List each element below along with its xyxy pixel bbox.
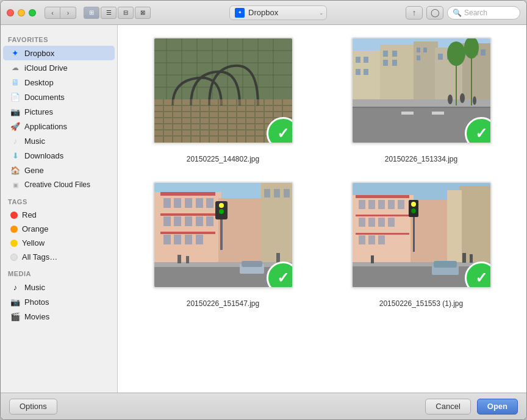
svg-rect-83: [196, 216, 203, 226]
toolbar-right: ↑ ◯ 🔍 Search: [406, 6, 520, 20]
sidebar-item-photos[interactable]: 📷 Photos: [3, 294, 115, 309]
svg-rect-80: [163, 216, 171, 226]
file-item[interactable]: 20150226_151553 (1).jpg: [334, 182, 508, 308]
svg-rect-81: [174, 216, 181, 226]
sidebar-item-all-tags[interactable]: All Tags…: [3, 250, 115, 264]
location-selector[interactable]: Dropbox ⌄: [229, 5, 327, 20]
file-name: 20150225_144802.jpg: [187, 155, 259, 163]
svg-rect-117: [378, 218, 385, 227]
file-item[interactable]: 20150226_151334.jpg: [334, 37, 508, 163]
music-icon: ♪: [10, 136, 20, 146]
search-box[interactable]: 🔍 Search: [447, 6, 520, 20]
search-placeholder: Search: [464, 9, 487, 17]
svg-rect-113: [388, 200, 395, 209]
desktop-icon: 🖥: [10, 77, 20, 87]
svg-rect-56: [481, 49, 486, 55]
sidebar-item-label: Music: [24, 283, 45, 292]
sidebar-item-tag-red[interactable]: Red: [3, 208, 115, 222]
sidebar-item-icloud[interactable]: ☁ iCloud Drive: [3, 60, 115, 75]
view-buttons: ⊞ ☰ ⊟ ⊠: [84, 7, 151, 19]
media-label: Media: [1, 264, 117, 280]
close-button[interactable]: [7, 9, 14, 16]
maximize-button[interactable]: [29, 9, 36, 16]
svg-rect-52: [438, 54, 443, 60]
tags-label: Tags: [1, 192, 117, 208]
svg-rect-112: [378, 200, 385, 209]
sidebar-item-creative[interactable]: ▣ Creative Cloud Files: [3, 177, 115, 192]
view-column-button[interactable]: ⊟: [118, 7, 134, 19]
nav-group: ‹ ›: [45, 7, 76, 19]
file-grid: 20150225_144802.jpg: [118, 25, 526, 393]
orange-tag-dot: [10, 226, 18, 233]
view-cover-button[interactable]: ⊠: [135, 7, 151, 19]
file-item[interactable]: 20150225_144802.jpg: [136, 37, 310, 163]
cancel-button[interactable]: Cancel: [425, 399, 470, 415]
tag-button[interactable]: ◯: [426, 6, 443, 20]
sidebar-item-desktop[interactable]: 🖥 Desktop: [3, 75, 115, 90]
svg-rect-51: [417, 55, 420, 60]
applications-icon: 🚀: [10, 121, 20, 131]
svg-point-126: [411, 202, 416, 207]
svg-point-64: [473, 96, 476, 105]
svg-point-96: [219, 209, 224, 214]
back-button[interactable]: ‹: [45, 7, 60, 19]
svg-rect-60: [401, 112, 414, 115]
forward-button[interactable]: ›: [60, 7, 76, 19]
svg-rect-45: [383, 51, 388, 57]
svg-rect-91: [274, 189, 280, 198]
svg-rect-50: [423, 48, 427, 52]
share-button[interactable]: ↑: [406, 6, 423, 20]
sidebar-item-gene[interactable]: 🏠 Gene: [3, 163, 115, 177]
svg-rect-114: [398, 200, 404, 209]
location-label: Dropbox: [248, 8, 278, 17]
sidebar-item-label: Applications: [24, 122, 67, 131]
documents-icon: 📄: [10, 92, 20, 102]
sidebar-item-label: Desktop: [24, 78, 54, 87]
svg-rect-121: [378, 235, 385, 244]
svg-rect-72: [160, 192, 215, 196]
thumbnail-wrapper: [153, 182, 293, 288]
sidebar-item-label: Creative Cloud Files: [24, 180, 90, 189]
pictures-icon: 📷: [10, 107, 20, 116]
sidebar-item-label: Orange: [22, 224, 48, 233]
svg-rect-119: [359, 235, 365, 244]
svg-point-95: [219, 203, 224, 208]
svg-rect-120: [368, 235, 375, 244]
sidebar-item-music[interactable]: ♪ Music: [3, 133, 115, 148]
svg-rect-47: [383, 60, 388, 66]
svg-rect-79: [206, 198, 213, 208]
svg-point-62: [448, 94, 453, 104]
sidebar-item-label: Movies: [24, 312, 49, 321]
sidebar-item-pictures[interactable]: 📷 Pictures: [3, 104, 115, 119]
sidebar-item-label: All Tags…: [22, 252, 57, 262]
main-area: Favorites ✦ Dropbox ☁ iCloud Drive 🖥 Des…: [1, 25, 526, 393]
svg-rect-42: [364, 57, 368, 63]
sidebar-item-downloads[interactable]: ⬇ Downloads: [3, 148, 115, 163]
thumbnail-wrapper: [351, 37, 492, 144]
red-tag-dot: [10, 212, 18, 219]
svg-rect-115: [359, 218, 365, 227]
view-icon-button[interactable]: ⊞: [84, 7, 99, 19]
sidebar-item-movies[interactable]: 🎬 Movies: [3, 309, 115, 324]
file-item[interactable]: 20150226_151547.jpg: [136, 182, 310, 308]
svg-rect-82: [185, 216, 192, 226]
options-button[interactable]: Options: [9, 399, 57, 415]
open-button[interactable]: Open: [477, 399, 518, 415]
svg-point-66: [447, 41, 465, 66]
minimize-button[interactable]: [18, 9, 25, 16]
svg-rect-75: [163, 198, 171, 208]
svg-rect-49: [417, 48, 420, 52]
sidebar-item-applications[interactable]: 🚀 Applications: [3, 119, 115, 133]
svg-rect-48: [392, 60, 397, 66]
svg-rect-41: [356, 57, 360, 63]
svg-rect-107: [356, 195, 409, 198]
sidebar-item-tag-yellow[interactable]: Yellow: [3, 236, 115, 250]
sidebar-item-documents[interactable]: 📄 Documents: [3, 90, 115, 104]
traffic-lights: [7, 9, 36, 16]
sidebar-item-label: Pictures: [24, 107, 53, 116]
sidebar-item-tag-orange[interactable]: Orange: [3, 222, 115, 236]
sidebar-item-dropbox[interactable]: ✦ Dropbox: [3, 46, 115, 60]
view-list-button[interactable]: ☰: [101, 7, 117, 19]
sidebar-item-music2[interactable]: ♪ Music: [3, 280, 115, 294]
all-tags-dot: [10, 254, 18, 261]
